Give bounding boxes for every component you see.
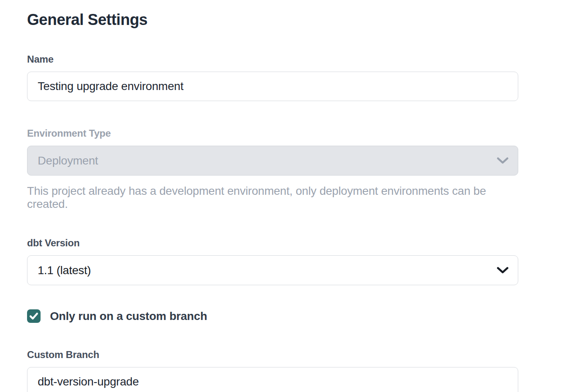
custom-branch-checkbox[interactable] [27,309,41,323]
checkmark-icon [29,312,39,320]
page-title: General Settings [27,11,518,29]
name-label: Name [27,53,518,65]
chevron-down-icon [497,267,509,274]
field-environment-type: Environment Type Deployment This project… [27,127,518,211]
general-settings-page: General Settings Name Environment Type D… [27,0,518,392]
custom-branch-toggle-row: Only run on a custom branch [27,309,518,323]
dbt-version-select[interactable]: 1.1 (latest) [27,255,518,285]
environment-type-label: Environment Type [27,127,518,140]
field-custom-branch: Custom Branch [27,349,518,392]
dbt-version-label: dbt Version [27,237,518,249]
environment-type-helper-text: This project already has a development e… [27,185,518,211]
custom-branch-input[interactable] [27,367,518,392]
custom-branch-checkbox-label[interactable]: Only run on a custom branch [50,310,207,323]
environment-type-select: Deployment [27,146,518,176]
name-input[interactable] [27,72,518,101]
field-dbt-version: dbt Version 1.1 (latest) [27,237,518,285]
chevron-down-icon [497,157,509,164]
custom-branch-label: Custom Branch [27,349,518,361]
environment-type-value: Deployment [38,154,98,167]
field-name: Name [27,53,518,101]
dbt-version-value: 1.1 (latest) [38,264,91,277]
